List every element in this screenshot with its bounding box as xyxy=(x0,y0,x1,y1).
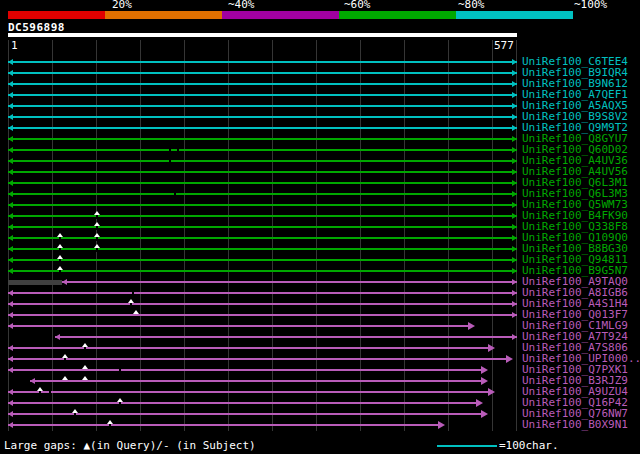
alignment-bar[interactable] xyxy=(8,391,490,393)
alignment-bar[interactable] xyxy=(8,292,517,294)
query-gap-triangle-icon xyxy=(82,376,88,380)
alignment-end-arrow-icon xyxy=(481,410,488,418)
bar-endcap-right xyxy=(512,235,517,241)
bar-endcap-left xyxy=(8,81,13,87)
alignment-bar[interactable] xyxy=(8,127,517,129)
alignment-bar[interactable] xyxy=(8,215,517,217)
query-gap-triangle-icon xyxy=(62,354,68,358)
alignment-bar[interactable] xyxy=(8,259,517,261)
subject-gap-mark xyxy=(169,147,171,153)
alignment-bar[interactable] xyxy=(62,281,517,283)
blast-graphical-overview: 20%~40%~60%~80%~100% DC596898 1 577 UniR… xyxy=(0,0,640,454)
bar-endcap-right xyxy=(512,70,517,76)
bar-endcap-left xyxy=(30,378,35,384)
bar-endcap-right xyxy=(512,334,517,340)
bar-endcap-left xyxy=(62,279,67,285)
alignment-bar[interactable] xyxy=(8,413,483,415)
bar-endcap-right xyxy=(512,81,517,87)
alignment-bar[interactable] xyxy=(8,248,517,250)
bar-endcap-left xyxy=(8,147,13,153)
bar-endcap-right xyxy=(512,257,517,263)
bar-endcap-right xyxy=(512,290,517,296)
bar-endcap-left xyxy=(8,323,13,329)
bar-endcap-left xyxy=(8,400,13,406)
bar-endcap-left xyxy=(8,356,13,362)
query-gap-triangle-icon xyxy=(82,343,88,347)
alignment-bar[interactable] xyxy=(8,369,483,371)
alignment-end-arrow-icon xyxy=(488,344,495,352)
bar-endcap-left xyxy=(8,345,13,351)
subject-gap-mark xyxy=(132,290,134,296)
alignment-bar[interactable] xyxy=(8,303,517,305)
bar-endcap-left xyxy=(8,422,13,428)
query-gap-triangle-icon xyxy=(72,409,78,413)
query-gap-triangle-icon xyxy=(107,420,113,424)
alignment-bar[interactable] xyxy=(8,105,517,107)
alignment-bar[interactable] xyxy=(30,380,483,382)
alignment-bar[interactable] xyxy=(8,226,517,228)
alignment-bar[interactable] xyxy=(8,237,517,239)
subject-gap-mark xyxy=(169,158,171,164)
query-gap-triangle-icon xyxy=(82,365,88,369)
bar-endcap-left xyxy=(8,103,13,109)
alignment-bar[interactable] xyxy=(8,314,517,316)
alignment-bar[interactable] xyxy=(8,424,440,426)
alignment-end-arrow-icon xyxy=(481,366,488,374)
bar-endcap-right xyxy=(512,268,517,274)
alignment-bar[interactable] xyxy=(8,325,470,327)
bar-endcap-left xyxy=(8,312,13,318)
bar-endcap-right xyxy=(512,147,517,153)
alignment-bar[interactable] xyxy=(55,336,517,338)
hit-label[interactable]: UniRef100_B0X9N1 xyxy=(522,419,628,430)
alignment-bar[interactable] xyxy=(8,94,517,96)
bar-endcap-left xyxy=(8,213,13,219)
alignment-rows: UniRef100_C6TEE4UniRef100_B9IQR4UniRef10… xyxy=(0,0,640,454)
bar-endcap-left xyxy=(8,290,13,296)
bar-endcap-left xyxy=(8,136,13,142)
bar-endcap-right xyxy=(512,125,517,131)
alignment-bar[interactable] xyxy=(8,149,517,151)
query-gap-triangle-icon xyxy=(94,244,100,248)
alignment-bar[interactable] xyxy=(8,358,508,360)
bar-endcap-left xyxy=(8,411,13,417)
alignment-bar[interactable] xyxy=(8,270,517,272)
query-gap-triangle-icon xyxy=(37,387,43,391)
alignment-end-arrow-icon xyxy=(476,399,483,407)
bar-endcap-left xyxy=(8,389,13,395)
bar-endcap-right xyxy=(512,301,517,307)
bar-endcap-right xyxy=(512,202,517,208)
alignment-bar[interactable] xyxy=(8,347,490,349)
query-gap-triangle-icon xyxy=(94,233,100,237)
bar-endcap-left xyxy=(8,246,13,252)
bar-endcap-right xyxy=(512,92,517,98)
alignment-end-arrow-icon xyxy=(438,421,445,429)
alignment-bar[interactable] xyxy=(8,171,517,173)
query-gap-triangle-icon xyxy=(94,222,100,226)
alignment-bar[interactable] xyxy=(8,193,517,195)
bar-endcap-right xyxy=(512,180,517,186)
bar-endcap-right xyxy=(512,224,517,230)
alignment-bar[interactable] xyxy=(8,204,517,206)
bar-endcap-left xyxy=(8,224,13,230)
bar-endcap-left xyxy=(8,191,13,197)
alignment-bar[interactable] xyxy=(8,182,517,184)
query-gap-triangle-icon xyxy=(57,266,63,270)
bar-endcap-left xyxy=(8,114,13,120)
alignment-bar[interactable] xyxy=(8,160,517,162)
alignment-bar[interactable] xyxy=(8,83,517,85)
bar-endcap-left xyxy=(8,257,13,263)
alignment-bar[interactable] xyxy=(8,116,517,118)
alignment-end-arrow-icon xyxy=(488,388,495,396)
bar-endcap-right xyxy=(512,59,517,65)
alignment-bar[interactable] xyxy=(8,72,517,74)
alignment-bar[interactable] xyxy=(8,61,517,63)
bar-endcap-left xyxy=(55,334,60,340)
bar-endcap-right xyxy=(512,158,517,164)
query-gap-triangle-icon xyxy=(57,244,63,248)
alignment-bar[interactable] xyxy=(8,138,517,140)
bar-endcap-left xyxy=(8,169,13,175)
bar-endcap-right xyxy=(512,312,517,318)
alignment-bar[interactable] xyxy=(8,402,478,404)
bar-endcap-left xyxy=(8,301,13,307)
bar-endcap-right xyxy=(512,114,517,120)
